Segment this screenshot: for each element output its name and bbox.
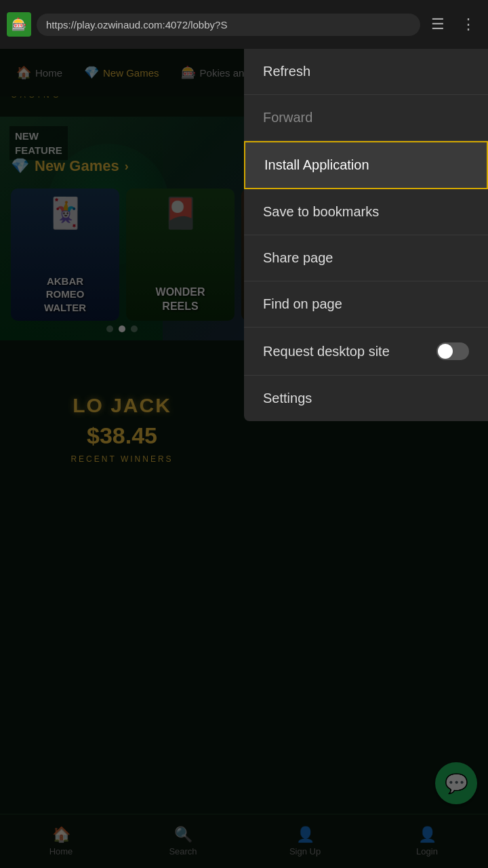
browser-dots-icon[interactable]: ⋮ xyxy=(455,13,481,36)
menu-share-label: Share page xyxy=(263,250,333,266)
browser-favicon: 🎰 xyxy=(7,12,31,37)
menu-item-desktop[interactable]: Request desktop site xyxy=(244,328,488,376)
menu-settings-label: Settings xyxy=(263,391,312,406)
url-bar[interactable]: https://play.ozwinaud.com:4072/lobby?S xyxy=(37,14,420,36)
desktop-site-toggle[interactable] xyxy=(436,342,469,360)
browser-bar: 🎰 https://play.ozwinaud.com:4072/lobby?S… xyxy=(0,0,488,49)
dropdown-menu: Refresh Forward Install Application Save… xyxy=(244,49,488,421)
menu-item-install[interactable]: Install Application xyxy=(244,141,488,189)
menu-save-label: Save to bookmarks xyxy=(263,204,379,220)
menu-install-label: Install Application xyxy=(264,157,369,173)
menu-item-save[interactable]: Save to bookmarks xyxy=(244,189,488,235)
menu-find-label: Find on page xyxy=(263,296,342,312)
menu-item-refresh[interactable]: Refresh xyxy=(244,49,488,95)
menu-forward-label: Forward xyxy=(263,110,312,125)
menu-desktop-label: Request desktop site xyxy=(263,344,390,359)
browser-menu-icon[interactable]: ☰ xyxy=(426,13,450,36)
menu-item-forward[interactable]: Forward xyxy=(244,95,488,141)
menu-item-find[interactable]: Find on page xyxy=(244,281,488,328)
menu-refresh-label: Refresh xyxy=(263,64,310,79)
menu-item-share[interactable]: Share page xyxy=(244,235,488,281)
menu-item-settings[interactable]: Settings xyxy=(244,376,488,421)
